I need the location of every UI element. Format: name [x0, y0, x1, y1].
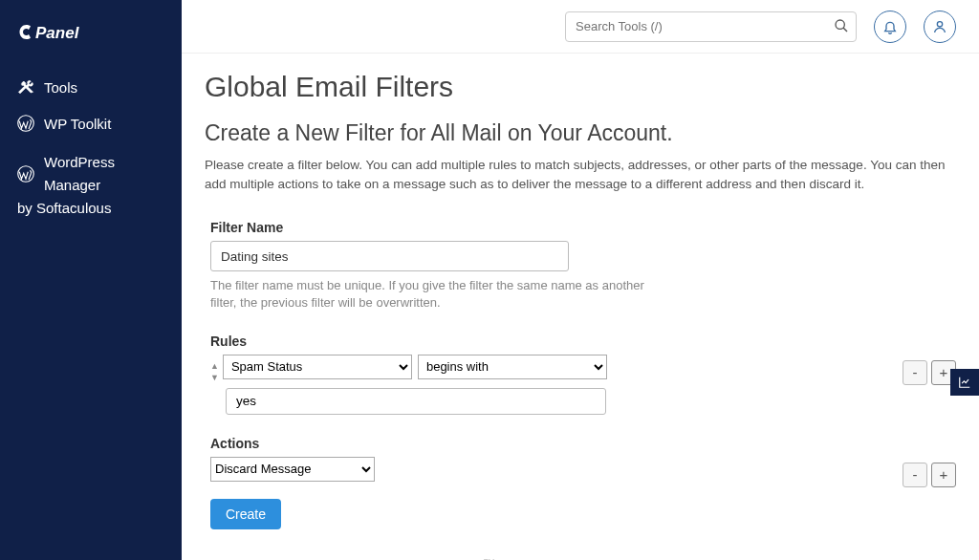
page-intro: Please create a filter below. You can ad…	[205, 156, 956, 193]
sidebar-item-label: WP Toolkit	[44, 116, 111, 132]
bell-icon	[882, 19, 898, 34]
create-button[interactable]: Create	[210, 499, 281, 529]
search-wrap	[565, 11, 857, 42]
sidebar-item-label-line1: WordPress Manager	[44, 151, 164, 197]
wp-icon	[17, 165, 34, 183]
page-title: Global Email Filters	[205, 71, 956, 103]
sidebar-item-wp-toolkit[interactable]: WP Toolkit	[0, 105, 182, 141]
reorder-handles: ▲ ▼	[210, 355, 219, 384]
search-icon	[834, 18, 849, 33]
sidebar-item-label-line2: by Softaculous	[17, 197, 164, 220]
add-action-button[interactable]: +	[931, 463, 956, 487]
svg-text:Panel: Panel	[35, 24, 80, 42]
topbar	[182, 0, 979, 54]
sidebar-item-label: Tools	[44, 79, 77, 96]
chart-icon	[958, 376, 971, 389]
rule-row: ▲ ▼ Spam Status begins with	[210, 355, 956, 384]
remove-rule-button[interactable]: -	[903, 360, 927, 385]
rule-value-input[interactable]	[226, 388, 606, 415]
svg-point-5	[937, 21, 942, 26]
svg-line-4	[843, 28, 847, 32]
move-up-icon[interactable]: ▲	[210, 360, 219, 373]
move-down-icon[interactable]: ▼	[210, 372, 219, 384]
sidebar-item-wp-manager[interactable]: WordPress Manager by Softaculous	[0, 141, 182, 229]
account-button[interactable]	[924, 11, 956, 43]
filter-name-help: The filter name must be unique. If you g…	[210, 277, 650, 312]
user-icon	[932, 19, 947, 34]
main: Global Email Filters Create a New Filter…	[182, 0, 979, 560]
remove-action-button[interactable]: -	[903, 463, 927, 487]
sidebar: Panel Tools WP Toolkit WordPress Manager…	[0, 0, 182, 560]
rule-operator-select[interactable]: begins with	[418, 355, 607, 379]
svg-point-3	[836, 20, 844, 29]
filter-name-input[interactable]	[210, 241, 569, 271]
content: Global Email Filters Create a New Filter…	[182, 54, 979, 560]
notifications-button[interactable]	[874, 11, 906, 43]
tools-icon	[17, 78, 34, 96]
stats-widget-toggle[interactable]	[950, 369, 979, 396]
action-row: Discard Message - +	[210, 457, 956, 482]
rules-label: Rules	[210, 334, 956, 349]
logo: Panel	[0, 13, 182, 69]
wp-icon	[17, 115, 34, 132]
filter-name-label: Filter Name	[210, 220, 956, 235]
search-input[interactable]	[565, 11, 857, 42]
hint-1: Hint: To filter all mail that Apache Spa…	[205, 556, 956, 560]
action-select[interactable]: Discard Message	[210, 457, 375, 482]
page-subtitle: Create a New Filter for All Mail on Your…	[205, 120, 956, 146]
sidebar-item-tools[interactable]: Tools	[0, 69, 182, 105]
actions-label: Actions	[210, 436, 956, 451]
rule-field-select[interactable]: Spam Status	[223, 355, 412, 379]
